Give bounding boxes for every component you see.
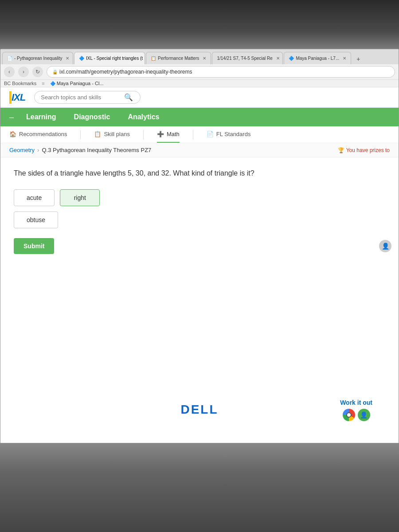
- ixl-logo: IXL: [9, 91, 25, 104]
- ixl-subnav: 🏠 Recommendations 📋 Skill plans ➕ Math 📄…: [0, 126, 399, 143]
- ixl-header: IXL 🔍: [0, 87, 399, 108]
- browser-window: 📄 - Pythagorean Inequality ✕ 🔷 IXL - Spe…: [0, 49, 399, 443]
- bookmark-maya-label: Maya Paniagua - Cl...: [57, 81, 104, 86]
- subnav-recommendations-label: Recommendations: [19, 131, 67, 137]
- math-icon: ➕: [157, 131, 164, 137]
- tab-pythagorean[interactable]: 📄 - Pythagorean Inequality ✕: [2, 52, 73, 64]
- ixl-nav: – Learning Diagnostic Analytics: [0, 108, 399, 126]
- subnav-skillplans[interactable]: 📋 Skill plans: [94, 126, 130, 143]
- tab-ixl-special[interactable]: 🔷 IXL - Special right triangles (t ✕: [74, 52, 145, 64]
- answer-obtuse[interactable]: obtuse: [14, 211, 58, 228]
- flstandards-icon: 📄: [207, 131, 214, 137]
- breadcrumb-bar: Geometry › Q.3 Pythagorean Inequality Th…: [0, 143, 399, 157]
- lock-icon: 🔒: [52, 70, 58, 74]
- new-tab-btn[interactable]: +: [354, 54, 363, 64]
- user-avatar: 👤: [379, 240, 391, 252]
- subnav-divider-2: [143, 130, 144, 139]
- answer-row-1: acute right: [14, 189, 385, 206]
- question-text: The sides of a triangle have lengths 5, …: [14, 168, 385, 179]
- breadcrumb-geometry[interactable]: Geometry: [9, 147, 35, 153]
- dell-logo: DELL: [180, 403, 218, 417]
- ixl-logo-text: IXL: [12, 92, 25, 103]
- address-bar-row: ‹ › ↻ 🔒 ixl.com/math/geometry/pythagorea…: [0, 64, 399, 80]
- work-it-out-icons: 👤: [343, 409, 370, 421]
- work-it-out-text: Work it out: [340, 399, 372, 406]
- skillplans-icon: 📋: [94, 131, 101, 137]
- answer-right[interactable]: right: [60, 189, 100, 206]
- forward-btn[interactable]: ›: [18, 66, 29, 77]
- bookmarks-divider: ≡: [42, 81, 44, 86]
- prizes-banner: 🏆 You have prizes to: [338, 147, 390, 153]
- breadcrumb-sep: ›: [37, 147, 39, 153]
- bookmarks-bar: BC Bookmarks ≡ 🔷 Maya Paniagua - Cl...: [0, 80, 399, 87]
- tab-maya[interactable]: 🔷 Maya Paniagua - L7... ✕: [284, 52, 351, 64]
- nav-dash: –: [9, 113, 14, 122]
- answer-row-2: obtuse: [14, 211, 385, 228]
- ixl-content: IXL 🔍 – Learning Diagnostic Analytics 🏠 …: [0, 87, 399, 443]
- url-text: ixl.com/math/geometry/pythagorean-inequa…: [59, 69, 192, 75]
- subnav-flstandards[interactable]: 📄 FL Standards: [207, 126, 251, 143]
- subnav-flstandards-label: FL Standards: [216, 131, 251, 137]
- nav-diagnostic[interactable]: Diagnostic: [65, 108, 119, 126]
- bookmarks-label: BC Bookmarks: [4, 81, 36, 86]
- address-bar[interactable]: 🔒 ixl.com/math/geometry/pythagorean-ineq…: [47, 66, 395, 78]
- search-input[interactable]: [41, 94, 121, 101]
- breadcrumb-nav: Geometry › Q.3 Pythagorean Inequality Th…: [9, 147, 151, 153]
- reload-btn[interactable]: ↻: [32, 66, 43, 77]
- breadcrumb-current: Q.3 Pythagorean Inequality Theorems PZ7: [42, 147, 151, 153]
- answer-acute[interactable]: acute: [14, 189, 55, 206]
- subnav-divider-1: [80, 130, 81, 139]
- chrome-taskbar-icon: [343, 409, 355, 421]
- work-it-out-section: Work it out 👤: [340, 399, 372, 421]
- nav-learning[interactable]: Learning: [17, 108, 65, 126]
- back-btn[interactable]: ‹: [4, 66, 15, 77]
- recommendations-icon: 🏠: [9, 131, 16, 137]
- subnav-recommendations[interactable]: 🏠 Recommendations: [9, 126, 67, 143]
- bookmark-maya[interactable]: 🔷 Maya Paniagua - Cl...: [50, 81, 104, 86]
- subnav-skillplans-label: Skill plans: [104, 131, 130, 137]
- subnav-divider-3: [193, 130, 193, 139]
- subnav-math-label: Math: [167, 131, 180, 137]
- laptop-bottom: [0, 443, 399, 532]
- prizes-text: You have prizes to: [346, 147, 390, 153]
- tab-performance[interactable]: 📋 Performance Matters ✕: [146, 52, 211, 64]
- submit-button[interactable]: Submit: [14, 238, 54, 254]
- trophy-icon: 🏆: [338, 147, 344, 153]
- question-area: The sides of a triangle have lengths 5, …: [0, 157, 399, 443]
- subnav-math[interactable]: ➕ Math: [157, 126, 180, 143]
- nav-analytics[interactable]: Analytics: [119, 108, 168, 126]
- ixl-search-box[interactable]: 🔍: [34, 91, 141, 104]
- user-taskbar-icon: 👤: [358, 409, 370, 421]
- search-icon: 🔍: [124, 93, 133, 102]
- tab-114[interactable]: 1/14/21 S7, T4-5 Special Re ✕: [212, 52, 283, 64]
- tab-bar: 📄 - Pythagorean Inequality ✕ 🔷 IXL - Spe…: [0, 49, 399, 64]
